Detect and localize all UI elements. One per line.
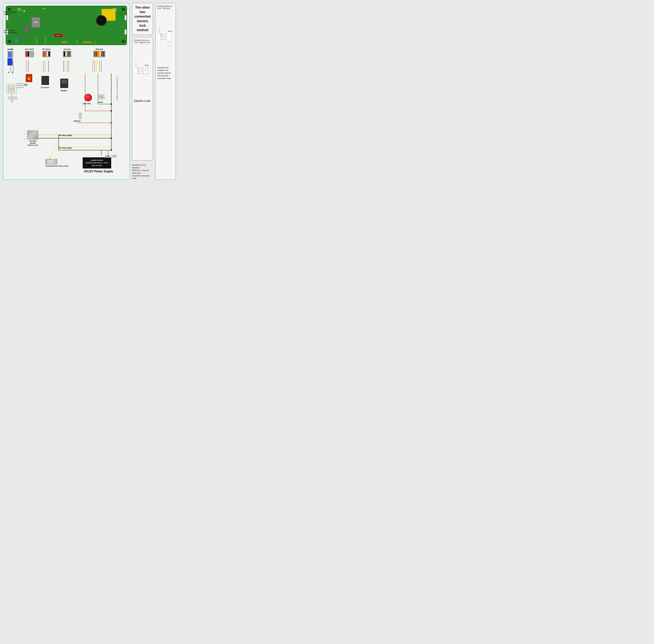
svg-rect-70 <box>143 77 148 79</box>
rs485-comm-label: Rs485 Commu-nication Interface <box>4 30 17 34</box>
rs485-pins <box>7 51 13 58</box>
small-chip <box>24 26 29 32</box>
electric-lock-img: 🔒 <box>27 131 38 139</box>
svg-text:+12V: +12V <box>137 70 139 70</box>
pcb-corner-hole-br <box>122 40 125 43</box>
power-supply-box: POWER SUPPLY CONTROLLER DC12V - 3A FC-90… <box>83 157 111 168</box>
mount-tab-l1 <box>6 15 8 20</box>
reset-button[interactable]: RESET <box>54 34 62 37</box>
fire-connector: Fire control <box>25 48 34 57</box>
bolt-lock-inner: ⚡ <box>46 159 57 164</box>
bottom-intercom-diagram: Building intercom host Goods Main port G… <box>157 12 174 65</box>
normally-opened-lock-label: Normally Opened Electric Lock <box>27 140 38 146</box>
button-label: Button <box>98 101 103 103</box>
svg-text:L-: L- <box>161 39 161 40</box>
minus-powered: − <box>49 158 50 160</box>
svg-text:+12V: +12V <box>161 36 162 36</box>
main-pins <box>93 51 105 57</box>
mount-tab-r1 <box>125 15 127 20</box>
pcb-bottom-connector-2 <box>83 41 91 43</box>
fire-icon: 🔥 <box>26 76 31 80</box>
plus-label-no: + <box>24 133 26 135</box>
svg-text:Main port: Main port <box>170 31 172 32</box>
main-port-connector: Main port <box>93 48 105 57</box>
access-label: Access to the computer serial port <box>7 96 17 102</box>
vice-port-connector: Vice port <box>63 48 71 57</box>
svg-text:+: + <box>170 43 170 44</box>
button-switch[interactable] <box>98 94 105 99</box>
alarm-bell-label: Alarm Bell <box>83 103 91 105</box>
fire-label: Fire <box>24 84 28 86</box>
reader-label: Reader <box>61 90 67 92</box>
ir-receiver2-label: IR receiver <box>41 87 49 89</box>
rs232-485-box: RS232 <box>6 84 17 94</box>
svg-text:L-: L- <box>137 73 138 74</box>
ab-labels: A B <box>8 71 13 73</box>
dots-indicate-label: Dots indicate lines connected together <box>116 77 118 101</box>
rs485-pin-blue2 <box>10 52 12 57</box>
pcb-corner-hole-tr <box>122 8 125 11</box>
pcb-ir-label: IR receive <box>45 37 46 43</box>
svg-point-27 <box>111 103 112 105</box>
right-panel: The other two connected electric lock me… <box>132 3 153 180</box>
svg-text:−: − <box>167 43 167 44</box>
bolt-lock-img: ⚡ <box>45 159 57 164</box>
pcb-corner-hole-tl <box>8 8 11 11</box>
rs232-485-inner: RS232 <box>8 86 15 92</box>
rs485-label: Rs485 <box>7 48 13 50</box>
ir-connector: IR receiver <box>42 48 51 57</box>
gnd-label-bottom: GND <box>105 155 110 158</box>
left-panel: WorkLights Lock Powersupply CPU IR recei… <box>3 3 130 180</box>
svg-line-39 <box>50 147 57 157</box>
rs485-plug-body <box>7 58 13 65</box>
led-lock-red <box>47 10 49 12</box>
svg-point-44 <box>111 150 112 151</box>
bottom-diagram-box: Building intercom host - Bolt lock Build… <box>155 3 176 180</box>
svg-text:Goods: Goods <box>168 31 170 32</box>
top-intercom-diagram: Building intercom host Goods Main port G… <box>134 46 151 99</box>
svg-text:L+: L+ <box>161 37 161 38</box>
pcb-fire-label: Fire control <box>36 39 37 45</box>
powered-lock-area: ⚡ Powered electric locks closed <box>45 159 68 167</box>
svg-text:−: − <box>144 77 144 78</box>
plus12v-label-bottom: +12V <box>111 155 117 158</box>
svg-marker-53 <box>145 64 146 65</box>
svg-rect-73 <box>158 33 160 43</box>
pcb-ab-label: A B <box>15 40 18 42</box>
top-note: Note:Electric lock、Noiseless RFID lock、P… <box>132 164 153 180</box>
svg-marker-81 <box>170 30 171 31</box>
pcb-board: WorkLights Lock Powersupply CPU IR recei… <box>6 6 127 45</box>
powered-locks-label: Powered electric locks closed <box>45 165 68 167</box>
fire-box: 🔥 <box>26 74 32 82</box>
pcb-blue-connector <box>14 38 19 40</box>
mount-tab-r2 <box>125 29 127 34</box>
fire-pins <box>25 51 34 57</box>
svg-text:L+: L+ <box>137 71 138 72</box>
bottom-diagram-svg: Building intercom host Goods Main port G… <box>157 12 174 65</box>
svg-point-24 <box>111 110 112 112</box>
pcb-power-label: Powersupply <box>112 8 117 11</box>
fire-control-label: Fire control <box>25 48 34 50</box>
pcb-bottom-connector-1 <box>62 41 67 43</box>
pcb-work-label: WorkLights <box>17 8 22 11</box>
b-label: B <box>12 71 13 73</box>
svg-text:GND: GND <box>161 33 162 34</box>
rs485-pin-blue <box>8 52 10 57</box>
svg-text:Bolt Lock: Bolt Lock <box>167 45 171 46</box>
ir-pins <box>42 51 51 57</box>
pcb-vice-label: Vice port <box>76 40 77 45</box>
reader-antenna-label: Reader AntennaInterface <box>4 11 16 15</box>
led-work-yellow <box>23 10 25 12</box>
power-supply-text: POWER SUPPLY CONTROLLER DC12V - 3A FC-90… <box>85 159 109 166</box>
plus-powered: + <box>56 158 57 160</box>
dc12v-label: DC12V Power Supply <box>81 170 117 173</box>
nc-relay-label: NC relay output <box>59 147 72 149</box>
top-diagram-svg: Building intercom host Goods Main port G… <box>134 46 151 99</box>
button-switch-inner <box>99 96 103 98</box>
svg-point-36 <box>111 137 112 139</box>
svg-rect-47 <box>134 67 137 77</box>
svg-rect-90 <box>166 42 171 45</box>
wiring-section: Rs485 Fire control IR receiver <box>6 48 127 177</box>
bottom-note: Note:Bolt lock、magnetic lock、 normally o… <box>157 66 174 80</box>
pcb-main-label: Main port <box>94 41 95 45</box>
